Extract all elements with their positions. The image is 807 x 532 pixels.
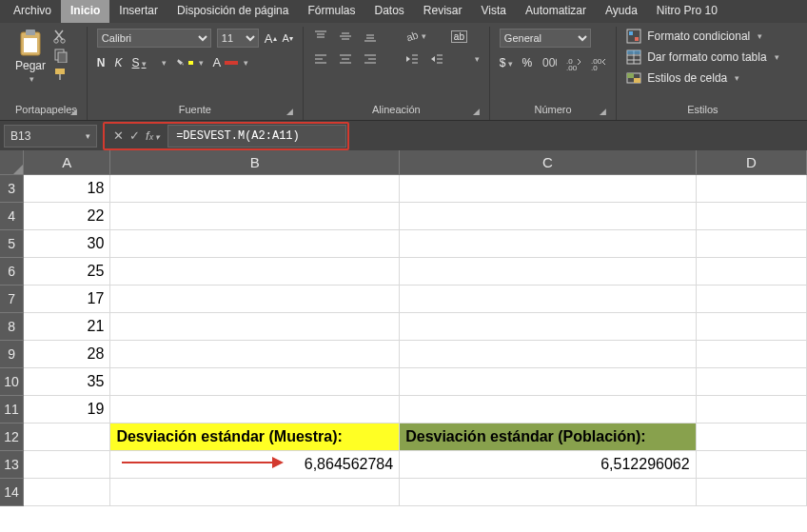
col-header-D[interactable]: D [697,150,807,175]
menu-revisar[interactable]: Revisar [414,0,472,23]
align-right-icon[interactable] [363,51,378,67]
align-top-icon[interactable] [313,29,328,44]
cell[interactable] [400,203,696,230]
accept-formula-button[interactable]: ✓ [129,128,140,143]
row-header[interactable]: 6 [0,258,24,286]
italic-button[interactable]: K [115,56,123,69]
font-color-button[interactable]: A▾ [213,55,249,69]
row-header[interactable]: 7 [0,286,24,313]
cell-sample-value[interactable]: 6,864562784 [110,451,400,479]
cell[interactable] [110,175,400,203]
cell[interactable] [110,203,400,230]
cell[interactable] [697,424,807,451]
col-header-C[interactable]: C [400,150,697,175]
row-header[interactable]: 12 [0,424,24,451]
formula-input[interactable]: =DESVEST.M(A2:A11) [167,125,346,148]
select-all-corner[interactable] [0,150,24,175]
dialog-launcher-icon[interactable]: ◢ [600,107,606,116]
borders-button[interactable]: ▾ [156,58,167,68]
paste-button[interactable]: Pegar ▾ [15,29,46,84]
cell-pop-label[interactable]: Desviación estándar (Población): [400,424,696,451]
decrease-decimal-icon[interactable]: .00.0 [591,55,606,70]
cell[interactable] [400,368,696,396]
cell[interactable] [697,258,807,286]
fx-button[interactable]: fx▾ [146,128,160,143]
cell[interactable] [400,175,696,203]
cell[interactable]: 21 [24,313,110,341]
cell[interactable] [24,479,110,506]
menu-formulas[interactable]: Fórmulas [298,0,364,23]
row-header[interactable]: 9 [0,341,24,368]
cell[interactable]: 18 [24,175,110,203]
cell[interactable] [697,479,807,506]
copy-icon[interactable] [53,48,69,63]
font-size-select[interactable]: 11 [217,29,259,48]
row-header[interactable]: 8 [0,313,24,341]
dialog-launcher-icon[interactable]: ◢ [286,107,293,116]
cell[interactable] [400,313,696,341]
cell[interactable] [110,396,400,424]
cell[interactable] [400,341,696,368]
underline-button[interactable]: S▾ [132,56,147,69]
col-header-A[interactable]: A [24,150,110,175]
cell[interactable]: 25 [24,258,110,286]
cell[interactable]: 22 [24,203,110,230]
cell[interactable] [697,396,807,424]
name-box[interactable]: B13 ▾ [4,125,97,148]
cut-icon[interactable] [53,29,69,44]
format-as-table-button[interactable]: Dar formato como tabla▾ [626,49,778,65]
cancel-formula-button[interactable]: ✕ [113,128,124,143]
align-center-icon[interactable] [338,51,353,67]
cell[interactable] [400,286,696,313]
cell[interactable] [697,341,807,368]
dialog-launcher-icon[interactable]: ◢ [473,107,480,116]
cell[interactable]: 35 [24,368,110,396]
row-header[interactable]: 13 [0,451,24,479]
col-header-B[interactable]: B [110,150,400,175]
cell[interactable] [110,258,400,286]
menu-insertar[interactable]: Insertar [109,0,167,23]
align-middle-icon[interactable] [338,29,353,44]
cell[interactable] [110,313,400,341]
cell[interactable] [110,230,400,258]
number-format-select[interactable]: General [500,29,591,48]
menu-vista[interactable]: Vista [472,0,516,23]
outdent-icon[interactable] [404,51,420,67]
cell[interactable] [400,258,696,286]
indent-icon[interactable] [429,51,444,67]
orientation-icon[interactable]: ab▾ [404,29,426,44]
row-header[interactable]: 5 [0,230,24,258]
row-header[interactable]: 11 [0,396,24,424]
menu-archivo[interactable]: Archivo [4,0,61,23]
cell[interactable]: 28 [24,341,110,368]
grow-font-icon[interactable]: A▴ [265,31,277,46]
cell[interactable] [697,313,807,341]
row-header[interactable]: 4 [0,203,24,230]
fill-color-button[interactable]: ▾ [176,58,204,68]
cell[interactable]: 17 [24,286,110,313]
cell[interactable] [400,230,696,258]
cell[interactable] [400,479,696,506]
cell[interactable] [697,203,807,230]
dialog-launcher-icon[interactable]: ◢ [70,107,77,116]
shrink-font-icon[interactable]: A▾ [283,32,293,44]
percent-button[interactable]: % [522,56,533,69]
row-header[interactable]: 10 [0,368,24,396]
cell-styles-button[interactable]: Estilos de celda▾ [626,70,739,86]
cell[interactable] [110,341,400,368]
comma-style-icon[interactable]: 000 [541,55,557,70]
increase-decimal-icon[interactable]: .0.00 [566,55,581,70]
cell[interactable] [110,479,400,506]
menu-nitro[interactable]: Nitro Pro 10 [647,0,727,23]
menu-inicio[interactable]: Inicio [61,0,109,23]
cell[interactable]: 30 [24,230,110,258]
cell-sample-label[interactable]: Desviación estándar (Muestra): [110,424,400,451]
cell[interactable] [110,368,400,396]
menu-automatizar[interactable]: Automatizar [516,0,596,23]
conditional-formatting-button[interactable]: Formato condicional▾ [626,29,762,44]
row-header[interactable]: 3 [0,175,24,203]
cell[interactable]: 19 [24,396,110,424]
font-family-select[interactable]: Calibri [97,29,211,48]
cell[interactable] [697,175,807,203]
cell[interactable] [697,368,807,396]
